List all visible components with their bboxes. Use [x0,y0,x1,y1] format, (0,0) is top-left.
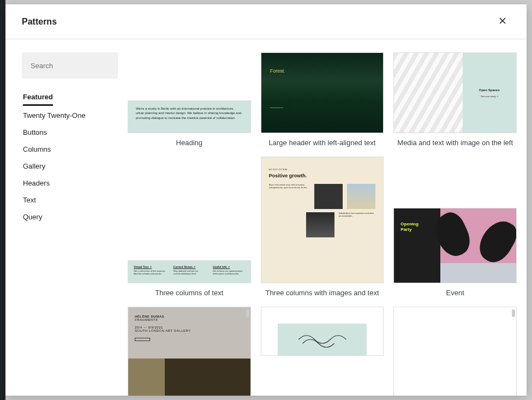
growth-txt: Nature, in the common sense, refers to e… [269,184,310,209]
patterns-grid[interactable]: We're a studio in Berlin with an interna… [124,39,527,396]
pattern-label: Three columns of text [128,289,251,297]
col1-t: Get a virtual tour of the museum. Ideal … [134,270,166,275]
growth-row1: Nature, in the common sense, refers to e… [269,184,376,209]
preview-forest-title: Forest. [270,68,375,74]
dumas-button [135,338,150,341]
admin-sidebar-peek [0,0,5,400]
spacer [269,212,302,237]
dumas-bot [128,359,250,396]
leaf-icon [474,214,517,267]
growth-img1 [314,184,343,209]
close-icon [497,15,508,26]
pattern-event[interactable]: Opening Party Event [393,208,517,297]
pattern-media-text-left[interactable]: Open Spaces See case study ↗ Media and t… [393,52,517,147]
category-query[interactable]: Query [23,208,124,225]
mini-scrollbar [246,309,249,317]
col2: Current Shows ↗Stay updated and see our … [174,265,206,278]
col2-t: Stay updated and see our current exhibit… [174,270,206,275]
growth-heading: Positive growth. [269,173,376,178]
search-box[interactable] [22,52,118,79]
mini-scrollbar [512,309,515,317]
category-columns[interactable]: Columns [23,141,124,158]
event-table [440,263,516,283]
dumas-img-a [128,359,165,396]
pattern-large-header[interactable]: Forest. ━━━━━━━━━━━━ Large header with l… [261,52,384,147]
open-cta: See case study ↗ [481,95,498,98]
event-t1: Opening [401,222,434,227]
dumas-frag: FRAGMENTS [135,318,244,321]
pattern-preview [261,307,384,356]
category-text[interactable]: Text [23,192,124,208]
left-panel: Featured Twenty Twenty-One Buttons Colum… [5,39,124,396]
event-left: Opening Party [394,208,440,283]
col1-h: Virtual Tour ↗ [134,265,166,268]
modal-header: Patterns [5,4,527,39]
pattern-label: Large header with left-aligned text [261,139,384,147]
col2-h: Current Shows ↗ [174,265,206,268]
close-button[interactable] [495,13,510,30]
modal-body: Featured Twenty Twenty-One Buttons Colum… [5,39,527,396]
dumas-loc: SOUTH LONDON ART GALLERY [135,329,244,332]
dumas-top: HÉLÈNE DUMAS FRAGMENTS 20/4 — 9/9/2021 S… [128,307,250,359]
search-input[interactable] [31,62,122,70]
preview-image [394,53,462,133]
col3-h: Useful Info ↗ [213,265,245,268]
category-twenty-twenty-one[interactable]: Twenty Twenty-One [23,107,124,124]
growth-txt2: Undoubtedly we have no questions to ask … [339,212,376,237]
dumas-img-b [165,359,250,396]
category-list: Featured Twenty Twenty-One Buttons Colum… [22,88,124,225]
pattern-label: Media and text with image on the left [393,139,517,147]
preview-heading-text: We're a studio in Berlin with an interna… [136,107,241,120]
growth-overline: ECOSYSTEM [269,168,376,171]
hands-inner [278,324,367,355]
pattern-preview: ECOSYSTEM Positive growth. Nature, in th… [261,157,384,283]
growth-row2: Undoubtedly we have no questions to ask … [269,212,376,237]
category-headers[interactable]: Headers [23,175,124,192]
category-featured[interactable]: Featured [23,88,53,106]
hands-sketch-icon [278,324,367,355]
pattern-heading[interactable]: We're a studio in Berlin with an interna… [128,100,251,147]
event-t2: Party [401,227,434,232]
event-right [440,208,516,283]
pattern-preview [393,307,517,396]
preview-forest-sub: ━━━━━━━━━━━━ [270,106,375,109]
preview-text: Open Spaces See case study ↗ [463,53,516,133]
patterns-modal: Patterns Featured Twenty Twenty-One Butt… [5,4,527,396]
pattern-label: Three columns with images and text [261,289,384,297]
pattern-preview: Open Spaces See case study ↗ [393,52,517,133]
category-buttons[interactable]: Buttons [23,124,124,141]
pattern-three-columns-images[interactable]: ECOSYSTEM Positive growth. Nature, in th… [261,157,384,297]
pattern-preview: We're a studio in Berlin with an interna… [128,100,251,133]
pattern-preview: Virtual Tour ↗Get a virtual tour of the … [128,260,251,283]
pattern-three-columns-text[interactable]: Virtual Tour ↗Get a virtual tour of the … [128,260,251,297]
growth-img3 [306,212,334,237]
pattern-dumas[interactable]: HÉLÈNE DUMAS FRAGMENTS 20/4 — 9/9/2021 S… [128,307,251,396]
pattern-preview: Forest. ━━━━━━━━━━━━ [261,52,384,133]
pattern-preview: Opening Party [393,208,517,283]
col3-t: Get to know our opening times, ticket pr… [213,270,245,275]
open-title: Open Spaces [479,88,500,92]
modal-title: Patterns [22,17,57,27]
col1: Virtual Tour ↗Get a virtual tour of the … [134,265,166,278]
pattern-label: Heading [128,139,251,147]
pattern-label: Event [393,289,517,297]
category-gallery[interactable]: Gallery [23,158,124,175]
pattern-hands[interactable] [261,307,384,356]
col3: Useful Info ↗Get to know our opening tim… [213,265,245,278]
pattern-blank[interactable] [393,307,517,396]
pattern-preview: HÉLÈNE DUMAS FRAGMENTS 20/4 — 9/9/2021 S… [128,307,251,396]
growth-img2 [347,184,375,209]
